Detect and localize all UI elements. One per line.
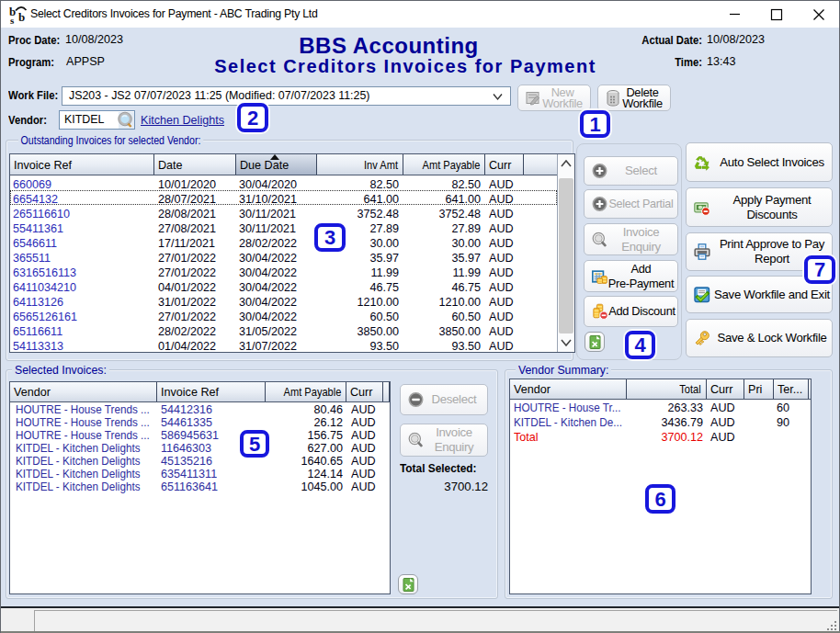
svg-text:b: b — [18, 10, 25, 24]
svg-text:s: s — [10, 15, 15, 25]
